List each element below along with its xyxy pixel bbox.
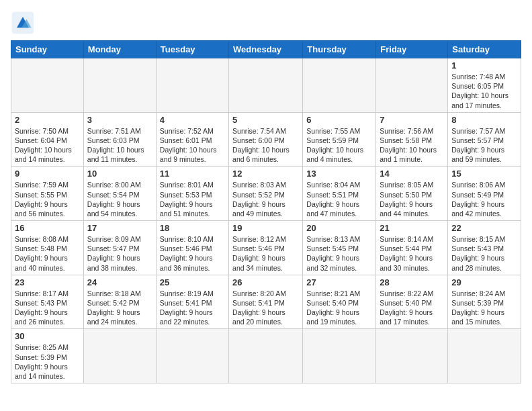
calendar-day: 14Sunrise: 8:05 AM Sunset: 5:50 PM Dayli…	[376, 167, 448, 221]
page-container: SundayMondayTuesdayWednesdayThursdayFrid…	[0, 0, 532, 389]
day-info: Sunrise: 8:08 AM Sunset: 5:48 PM Dayligh…	[15, 234, 80, 273]
calendar-day: 28Sunrise: 8:22 AM Sunset: 5:40 PM Dayli…	[376, 275, 448, 329]
day-info: Sunrise: 8:00 AM Sunset: 5:54 PM Dayligh…	[87, 180, 152, 218]
day-info: Sunrise: 8:05 AM Sunset: 5:50 PM Dayligh…	[380, 180, 444, 218]
weekday-header-saturday: Saturday	[448, 41, 521, 58]
day-number: 6	[306, 115, 372, 125]
calendar-day: 8Sunrise: 7:57 AM Sunset: 5:57 PM Daylig…	[448, 112, 521, 167]
day-info: Sunrise: 8:22 AM Sunset: 5:40 PM Dayligh…	[380, 289, 444, 327]
calendar-day: 12Sunrise: 8:03 AM Sunset: 5:52 PM Dayli…	[229, 167, 303, 221]
day-number: 19	[232, 223, 299, 233]
day-number: 26	[232, 277, 299, 287]
calendar-day	[448, 329, 521, 383]
calendar-day: 9Sunrise: 7:59 AM Sunset: 5:55 PM Daylig…	[11, 167, 84, 221]
day-number: 10	[87, 169, 152, 179]
day-info: Sunrise: 7:50 AM Sunset: 6:04 PM Dayligh…	[15, 126, 80, 165]
day-info: Sunrise: 8:04 AM Sunset: 5:51 PM Dayligh…	[306, 180, 372, 218]
calendar-day: 29Sunrise: 8:24 AM Sunset: 5:39 PM Dayli…	[448, 275, 521, 329]
day-number: 27	[306, 277, 372, 287]
calendar-week-row-3: 16Sunrise: 8:08 AM Sunset: 5:48 PM Dayli…	[11, 221, 521, 275]
day-number: 1	[451, 60, 517, 71]
calendar-week-row-4: 23Sunrise: 8:17 AM Sunset: 5:43 PM Dayli…	[11, 275, 521, 329]
day-number: 13	[306, 169, 372, 179]
day-number: 4	[160, 115, 225, 125]
calendar-day: 23Sunrise: 8:17 AM Sunset: 5:43 PM Dayli…	[11, 275, 84, 329]
day-info: Sunrise: 8:10 AM Sunset: 5:46 PM Dayligh…	[160, 234, 225, 273]
logo-icon	[11, 11, 35, 35]
logo	[11, 11, 39, 35]
day-info: Sunrise: 8:21 AM Sunset: 5:40 PM Dayligh…	[306, 289, 372, 327]
calendar-day	[156, 329, 228, 383]
calendar-day: 30Sunrise: 8:25 AM Sunset: 5:39 PM Dayli…	[11, 329, 84, 383]
page-header	[11, 11, 521, 35]
day-info: Sunrise: 8:03 AM Sunset: 5:52 PM Dayligh…	[232, 180, 299, 218]
day-number: 22	[451, 223, 517, 233]
calendar-day	[229, 58, 303, 113]
day-number: 29	[451, 277, 517, 287]
day-info: Sunrise: 7:48 AM Sunset: 6:05 PM Dayligh…	[451, 72, 517, 110]
day-number: 28	[380, 277, 444, 287]
calendar-day	[376, 58, 448, 113]
day-number: 24	[87, 277, 152, 287]
calendar-day: 18Sunrise: 8:10 AM Sunset: 5:46 PM Dayli…	[156, 221, 228, 275]
day-info: Sunrise: 8:13 AM Sunset: 5:45 PM Dayligh…	[306, 234, 372, 273]
day-info: Sunrise: 8:20 AM Sunset: 5:41 PM Dayligh…	[232, 289, 299, 327]
weekday-header-tuesday: Tuesday	[156, 41, 228, 58]
day-number: 14	[380, 169, 444, 179]
day-info: Sunrise: 8:15 AM Sunset: 5:43 PM Dayligh…	[451, 234, 517, 273]
day-info: Sunrise: 8:24 AM Sunset: 5:39 PM Dayligh…	[451, 289, 517, 327]
calendar-day: 6Sunrise: 7:55 AM Sunset: 5:59 PM Daylig…	[303, 112, 376, 167]
weekday-header-monday: Monday	[83, 41, 156, 58]
calendar-day	[83, 329, 156, 383]
day-info: Sunrise: 8:14 AM Sunset: 5:44 PM Dayligh…	[380, 234, 444, 273]
calendar-day	[303, 329, 376, 383]
weekday-header-thursday: Thursday	[303, 41, 376, 58]
calendar-day	[156, 58, 228, 113]
calendar-day	[11, 58, 84, 113]
calendar-day: 11Sunrise: 8:01 AM Sunset: 5:53 PM Dayli…	[156, 167, 228, 221]
weekday-header-wednesday: Wednesday	[229, 41, 303, 58]
day-info: Sunrise: 8:09 AM Sunset: 5:47 PM Dayligh…	[87, 234, 152, 273]
day-number: 7	[380, 115, 444, 125]
calendar-week-row-1: 2Sunrise: 7:50 AM Sunset: 6:04 PM Daylig…	[11, 112, 521, 167]
day-number: 21	[380, 223, 444, 233]
calendar-day: 25Sunrise: 8:19 AM Sunset: 5:41 PM Dayli…	[156, 275, 228, 329]
day-info: Sunrise: 8:18 AM Sunset: 5:42 PM Dayligh…	[87, 289, 152, 327]
calendar-day	[229, 329, 303, 383]
calendar-day: 19Sunrise: 8:12 AM Sunset: 5:46 PM Dayli…	[229, 221, 303, 275]
day-info: Sunrise: 7:52 AM Sunset: 6:01 PM Dayligh…	[160, 126, 225, 165]
calendar-day: 5Sunrise: 7:54 AM Sunset: 6:00 PM Daylig…	[229, 112, 303, 167]
day-info: Sunrise: 7:57 AM Sunset: 5:57 PM Dayligh…	[451, 126, 517, 165]
calendar-day: 7Sunrise: 7:56 AM Sunset: 5:58 PM Daylig…	[376, 112, 448, 167]
calendar-day	[83, 58, 156, 113]
day-info: Sunrise: 7:54 AM Sunset: 6:00 PM Dayligh…	[232, 126, 299, 165]
day-number: 2	[15, 115, 80, 125]
calendar-header-row: SundayMondayTuesdayWednesdayThursdayFrid…	[11, 41, 521, 58]
day-number: 20	[306, 223, 372, 233]
calendar-day: 21Sunrise: 8:14 AM Sunset: 5:44 PM Dayli…	[376, 221, 448, 275]
calendar-day: 22Sunrise: 8:15 AM Sunset: 5:43 PM Dayli…	[448, 221, 521, 275]
day-info: Sunrise: 8:12 AM Sunset: 5:46 PM Dayligh…	[232, 234, 299, 273]
calendar-day: 4Sunrise: 7:52 AM Sunset: 6:01 PM Daylig…	[156, 112, 228, 167]
day-number: 16	[15, 223, 80, 233]
calendar-table: SundayMondayTuesdayWednesdayThursdayFrid…	[11, 40, 521, 383]
calendar-day: 27Sunrise: 8:21 AM Sunset: 5:40 PM Dayli…	[303, 275, 376, 329]
calendar-day: 17Sunrise: 8:09 AM Sunset: 5:47 PM Dayli…	[83, 221, 156, 275]
day-info: Sunrise: 7:56 AM Sunset: 5:58 PM Dayligh…	[380, 126, 444, 165]
calendar-day: 10Sunrise: 8:00 AM Sunset: 5:54 PM Dayli…	[83, 167, 156, 221]
day-info: Sunrise: 8:25 AM Sunset: 5:39 PM Dayligh…	[15, 342, 80, 381]
day-number: 3	[87, 115, 152, 125]
day-info: Sunrise: 7:59 AM Sunset: 5:55 PM Dayligh…	[15, 180, 80, 218]
weekday-header-friday: Friday	[376, 41, 448, 58]
day-info: Sunrise: 8:01 AM Sunset: 5:53 PM Dayligh…	[160, 180, 225, 218]
day-number: 25	[160, 277, 225, 287]
day-info: Sunrise: 8:19 AM Sunset: 5:41 PM Dayligh…	[160, 289, 225, 327]
calendar-day: 16Sunrise: 8:08 AM Sunset: 5:48 PM Dayli…	[11, 221, 84, 275]
calendar-week-row-5: 30Sunrise: 8:25 AM Sunset: 5:39 PM Dayli…	[11, 329, 521, 383]
day-number: 15	[451, 169, 517, 179]
day-number: 11	[160, 169, 225, 179]
day-number: 12	[232, 169, 299, 179]
calendar-day	[376, 329, 448, 383]
day-number: 5	[232, 115, 299, 125]
day-number: 18	[160, 223, 225, 233]
